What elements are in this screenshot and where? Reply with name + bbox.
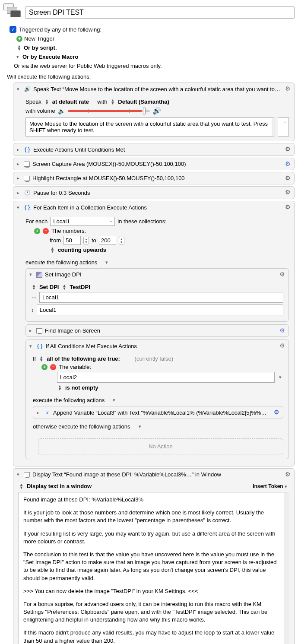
from-stepper[interactable]: ▲▼ <box>83 237 89 244</box>
rate-select[interactable]: at default rate <box>52 98 89 105</box>
disclosure-toggle[interactable] <box>37 410 41 416</box>
in-collections-label: in these collections: <box>117 218 166 225</box>
chevron-down-icon[interactable] <box>105 260 110 265</box>
add-condition-button[interactable]: + <box>41 364 48 370</box>
numbers-label: The numbers: <box>51 228 86 234</box>
execute-actions-label: execute the following actions <box>25 259 97 266</box>
by-execute-macro-label: Or by Execute Macro <box>22 54 78 60</box>
gear-icon[interactable]: ⚙ <box>284 470 292 478</box>
disclosure-toggle[interactable] <box>17 190 21 196</box>
disclosure-toggle[interactable] <box>17 86 21 92</box>
gear-icon[interactable]: ⚙ <box>273 408 280 416</box>
updown-icon[interactable] <box>58 385 62 391</box>
action-highlight-rect[interactable]: Highlight Rectangle at MOUSEX()-50,MOUSE… <box>13 172 295 184</box>
gear-icon[interactable]: ⚙ <box>278 327 286 334</box>
otherwise-label: otherwise execute the following actions <box>33 423 130 430</box>
display-p2: It is your job to look at those numbers … <box>23 509 279 524</box>
to-stepper[interactable]: ▲▼ <box>119 237 124 244</box>
volume-low-icon: 🔈 <box>58 108 65 114</box>
macro-icon <box>3 3 22 22</box>
disclosure-toggle[interactable] <box>17 175 21 181</box>
display-textarea[interactable]: Found image at these DPI: %Variable%Loca… <box>19 492 289 644</box>
display-p6: For a bonus suprise, for advanced users … <box>23 600 279 624</box>
screen-icon <box>24 472 30 477</box>
remove-condition-button[interactable]: − <box>50 364 56 370</box>
action-set-image-dpi: Set Image DPI ⚙ Set DPI TestDPI ↔ ↕ <box>25 268 289 322</box>
all-true-select[interactable]: all of the following are true: <box>47 355 120 362</box>
text-token-dropdown[interactable]: ⌄ <box>278 117 289 136</box>
disclosure-toggle[interactable] <box>17 205 21 210</box>
web-server-note: Or via the web server for Public Web tri… <box>14 63 295 69</box>
dpi-h-input[interactable] <box>39 292 283 303</box>
not-empty-select[interactable]: is not empty <box>65 384 98 391</box>
braces-icon: { } <box>24 204 31 211</box>
action-until-conditions[interactable]: { } Execute Actions Until Conditions Met… <box>13 143 295 156</box>
action-append-variable[interactable]: 𝑥 Append Variable “Local3” with Text "%V… <box>33 406 283 419</box>
exec-heading: Will execute the following actions: <box>7 73 295 80</box>
disclosure-toggle[interactable] <box>17 472 21 477</box>
disclosure-toggle[interactable] <box>29 343 34 349</box>
speak-textarea[interactable]: Move Mouse to the location of the screen… <box>25 117 276 136</box>
foreach-var-select[interactable]: Local1⌄ <box>50 217 115 226</box>
action-title: Append Variable “Local3” with Text "%Var… <box>53 409 266 416</box>
updown-icon[interactable] <box>32 284 36 290</box>
enabled-checkbox[interactable]: ✓ <box>10 26 16 33</box>
display-mode-select[interactable]: Display text in a window <box>27 483 92 489</box>
action-find-image[interactable]: Find Image on Screen ⚙ <box>25 324 289 337</box>
no-action-placeholder[interactable]: No Action <box>38 438 283 454</box>
gear-icon[interactable]: ⚙ <box>284 174 292 182</box>
plus-icon[interactable]: + <box>16 36 22 42</box>
action-title: Find Image on Screen <box>45 327 100 334</box>
voice-select[interactable]: Default (Samantha) <box>118 98 169 105</box>
disclosure-toggle[interactable] <box>17 147 21 152</box>
gear-icon[interactable]: ⚙ <box>278 270 286 278</box>
updown-icon[interactable] <box>111 99 114 105</box>
action-title: Execute Actions Until Conditions Met <box>33 146 125 153</box>
volume-slider[interactable] <box>68 110 150 112</box>
insert-token-dropdown[interactable]: Insert Token <box>253 483 289 489</box>
action-pause[interactable]: 🕐 Pause for 0.3 Seconds ⚙ <box>13 186 295 199</box>
gear-icon[interactable]: ⚙ <box>284 188 292 196</box>
display-p3: If your resulting list is very large, yo… <box>23 530 279 546</box>
volume-high-icon: 🔊 <box>152 107 161 115</box>
set-dpi-select[interactable]: Set DPI <box>39 284 59 290</box>
chevron-down-icon[interactable] <box>279 374 283 380</box>
remove-collection-button[interactable]: − <box>43 228 49 234</box>
add-collection-button[interactable]: + <box>34 228 40 234</box>
new-trigger-label: New Trigger <box>24 35 54 42</box>
display-p1: Found image at these DPI: %Variable%Loca… <box>23 496 279 504</box>
from-input[interactable] <box>63 236 81 245</box>
condition-var-input[interactable] <box>57 372 275 383</box>
updown-icon[interactable] <box>45 99 49 105</box>
by-script-row: Or by script. <box>16 44 295 51</box>
counting-select[interactable]: counting upwards <box>58 247 106 253</box>
updown-icon[interactable] <box>51 247 54 253</box>
chevron-down-icon[interactable] <box>113 397 117 403</box>
gear-icon[interactable]: ⚙ <box>284 160 292 168</box>
updown-icon[interactable] <box>62 284 66 290</box>
action-title: Set Image DPI <box>45 271 82 278</box>
new-trigger-row[interactable]: + New Trigger <box>16 35 295 42</box>
gear-icon[interactable]: ⚙ <box>284 85 292 92</box>
disclosure-toggle[interactable] <box>17 161 21 167</box>
disclosure-toggle[interactable] <box>29 272 34 277</box>
to-input[interactable] <box>99 236 116 245</box>
updown-icon[interactable] <box>17 45 21 51</box>
disclosure-toggle[interactable] <box>29 328 34 333</box>
updown-icon[interactable] <box>19 483 23 489</box>
macro-title-input[interactable] <box>25 6 295 19</box>
action-title: For Each Item in a Collection Execute Ac… <box>33 204 147 211</box>
testdpi-select[interactable]: TestDPI <box>70 284 90 290</box>
screen-icon <box>24 162 30 167</box>
by-execute-macro-row: Or by Execute Macro <box>16 54 295 60</box>
updown-icon[interactable] <box>39 356 43 362</box>
screen-icon <box>36 328 42 333</box>
chevron-down-icon[interactable] <box>139 424 143 429</box>
chevron-down-icon[interactable] <box>16 54 21 60</box>
dpi-v-input[interactable] <box>37 305 284 315</box>
gear-icon[interactable]: ⚙ <box>284 145 292 153</box>
gear-icon[interactable]: ⚙ <box>278 342 286 349</box>
gear-icon[interactable]: ⚙ <box>284 203 292 211</box>
trigger-heading: Triggered by any of the following: <box>19 26 101 33</box>
action-screen-capture[interactable]: Screen Capture Area (MOUSEX()-50,MOUSEY(… <box>13 158 295 170</box>
